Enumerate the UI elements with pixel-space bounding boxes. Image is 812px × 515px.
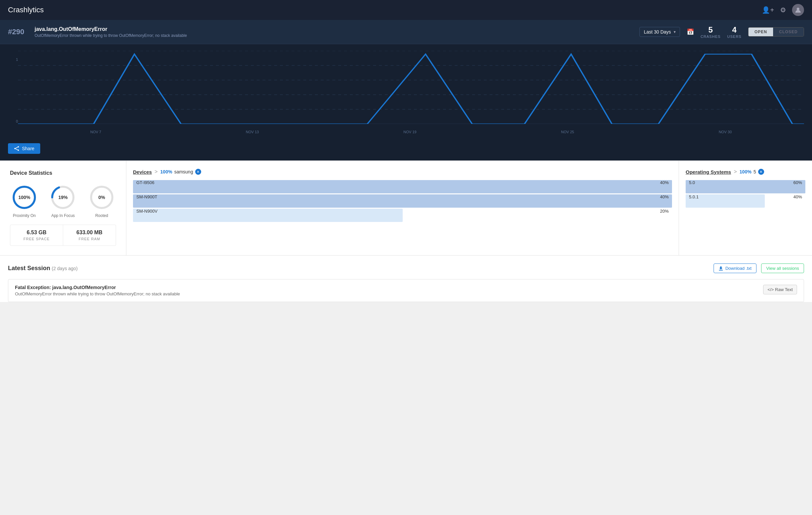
- device-stats-title: Device Statistics: [10, 170, 116, 176]
- device-bar-pct-1: 40%: [660, 194, 669, 199]
- free-ram-value: 633.00 MB: [66, 230, 112, 236]
- session-actions: Download .txt View all sessions: [714, 264, 804, 273]
- svg-point-8: [14, 148, 16, 149]
- device-bar-fill-0: [133, 180, 672, 193]
- x-label-nov30: NOV 30: [719, 130, 731, 134]
- device-bar-pct-2: 20%: [660, 209, 669, 214]
- session-title-group: Latest Session (2 days ago): [8, 265, 78, 272]
- rooted-stat: 0% Rooted: [88, 184, 115, 218]
- x-label-nov19: NOV 19: [403, 130, 416, 134]
- os-arrow: >: [734, 169, 737, 175]
- device-bar-fill-2: [133, 209, 403, 222]
- proximity-circle: 100%: [11, 184, 37, 211]
- os-title[interactable]: Operating Systems: [686, 169, 731, 175]
- focus-pct: 19%: [58, 195, 67, 200]
- download-label: Download .txt: [725, 266, 752, 271]
- devices-arrow: >: [155, 169, 157, 175]
- app-logo: Crashlytics: [8, 6, 44, 14]
- share-button[interactable]: Share: [8, 143, 40, 154]
- download-button[interactable]: Download .txt: [714, 264, 756, 273]
- device-bar-row-2: SM-N900V 20%: [133, 209, 672, 222]
- devices-filter-close[interactable]: ✕: [195, 169, 201, 175]
- device-bar-label-0: GT-I9506: [136, 180, 154, 185]
- device-bar-row-1: SM-N900T 40%: [133, 194, 672, 208]
- session-header: Latest Session (2 days ago) Download .tx…: [8, 264, 804, 273]
- focus-label: App In Focus: [51, 213, 75, 218]
- share-bar: Share: [0, 140, 812, 160]
- device-bar-pct-0: 40%: [660, 180, 669, 185]
- crash-info: java.lang.OutOfMemoryError OutOfMemoryEr…: [35, 26, 633, 38]
- device-statistics-panel: Device Statistics 100% Proximity On: [0, 161, 126, 255]
- app-header: Crashlytics 👤+ ⚙: [0, 0, 812, 20]
- users-count: 4: [727, 25, 742, 35]
- avatar[interactable]: [792, 4, 804, 16]
- header-actions: 👤+ ⚙: [762, 4, 804, 16]
- x-label-nov13: NOV 13: [246, 130, 259, 134]
- raw-text-button[interactable]: </> Raw Text: [763, 285, 797, 294]
- svg-rect-17: [719, 270, 723, 270]
- x-label-nov7: NOV 7: [90, 130, 101, 134]
- devices-title[interactable]: Devices: [133, 169, 152, 175]
- latest-session-section: Latest Session (2 days ago) Download .tx…: [0, 255, 812, 302]
- exception-text: Fatal Exception: java.lang.OutOfMemoryEr…: [15, 285, 180, 296]
- crashes-count: 5: [701, 25, 721, 35]
- chart-x-labels: NOV 7 NOV 13 NOV 19 NOV 25 NOV 30: [18, 129, 804, 137]
- x-label-nov25: NOV 25: [561, 130, 574, 134]
- chart-y-labels: 1 0: [16, 58, 18, 123]
- toggle-closed[interactable]: CLOSED: [773, 28, 804, 36]
- circles-row: 100% Proximity On 19% App In Focus: [10, 184, 116, 218]
- users-stat: 4 USERS: [727, 25, 742, 38]
- exception-title: Fatal Exception: java.lang.OutOfMemoryEr…: [15, 285, 180, 290]
- proximity-label: Proximity On: [13, 213, 36, 218]
- view-all-sessions-button[interactable]: View all sessions: [761, 264, 804, 273]
- free-ram-label: FREE RAM: [66, 237, 112, 241]
- rooted-circle: 0%: [88, 184, 115, 211]
- svg-line-11: [16, 149, 18, 150]
- add-user-icon[interactable]: 👤+: [762, 6, 774, 14]
- devices-panel: Devices > 100% samsung ✕ GT-I9506 40% SM…: [126, 161, 679, 255]
- os-bar-pct-0: 60%: [793, 180, 802, 185]
- calendar-icon[interactable]: 📅: [687, 28, 694, 35]
- exception-box: Fatal Exception: java.lang.OutOfMemoryEr…: [8, 279, 804, 302]
- crash-banner: #290 java.lang.OutOfMemoryError OutOfMem…: [0, 20, 812, 44]
- os-bar-label-0: 5.0: [689, 180, 695, 185]
- crashes-label: CRASHES: [701, 35, 721, 38]
- svg-line-10: [16, 147, 18, 148]
- session-title: Latest Session: [8, 265, 50, 271]
- os-bar-label-1: 5.0.1: [689, 194, 699, 199]
- toggle-open[interactable]: OPEN: [749, 28, 773, 36]
- os-filter-close[interactable]: ✕: [758, 169, 764, 175]
- proximity-on-stat: 100% Proximity On: [11, 184, 37, 218]
- os-bar-pct-1: 40%: [793, 194, 802, 199]
- status-toggle[interactable]: OPEN CLOSED: [748, 27, 804, 36]
- proximity-pct: 100%: [18, 195, 30, 200]
- rooted-pct: 0%: [98, 195, 105, 200]
- os-filter-pct: 100%: [740, 169, 752, 175]
- os-bar-row-1: 5.0.1 40%: [686, 194, 805, 208]
- device-bar-label-1: SM-N900T: [136, 194, 157, 199]
- crashes-stat: 5 CRASHES: [701, 25, 721, 38]
- stats-section: Device Statistics 100% Proximity On: [0, 160, 812, 255]
- svg-point-0: [797, 8, 800, 10]
- devices-filter-name: samsung: [174, 169, 193, 175]
- app-in-focus-stat: 19% App In Focus: [50, 184, 76, 218]
- device-bar-label-2: SM-N900V: [136, 209, 157, 214]
- gear-icon[interactable]: ⚙: [780, 6, 786, 14]
- memory-row: 6.53 GB FREE SPACE 633.00 MB FREE RAM: [10, 224, 116, 246]
- focus-circle: 19%: [50, 184, 76, 211]
- os-bar-row-0: 5.0 60%: [686, 180, 805, 193]
- crash-chart-area: 1 0 NOV 7 NOV 13 NOV 19 NOV 25 NOV 30: [0, 44, 812, 140]
- devices-filter-pct: 100%: [160, 169, 172, 175]
- date-range-selector[interactable]: Last 30 Days ▾: [639, 27, 680, 37]
- free-space-label: FREE SPACE: [13, 237, 60, 241]
- session-time: (2 days ago): [52, 266, 78, 271]
- os-panel-header: Operating Systems > 100% 5 ✕: [686, 169, 805, 175]
- os-bar-fill-0: [686, 180, 805, 193]
- crash-chart: [18, 51, 804, 125]
- device-bar-row-0: GT-I9506 40%: [133, 180, 672, 193]
- chevron-down-icon: ▾: [674, 30, 676, 34]
- y-label-1: 1: [16, 58, 18, 61]
- crash-title: java.lang.OutOfMemoryError: [35, 26, 633, 32]
- crash-meta: Last 30 Days ▾ 📅 5 CRASHES 4 USERS OPEN …: [639, 25, 804, 38]
- exception-detail: OutOfMemoryError thrown while trying to …: [15, 292, 180, 296]
